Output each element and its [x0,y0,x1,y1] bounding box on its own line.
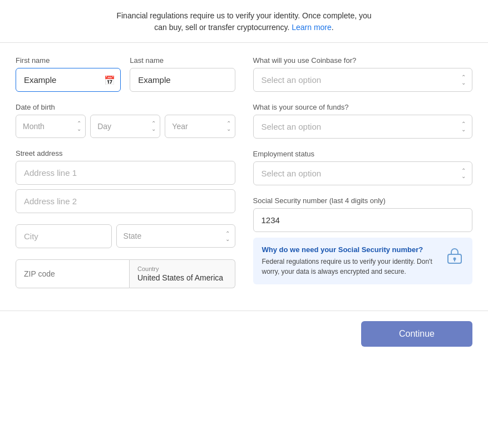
first-name-input-wrapper: 📅 [16,68,121,92]
month-select[interactable]: Month [16,115,86,138]
coinbase-use-select-wrapper: Select an option [253,68,473,92]
street-label: Street address [16,149,235,157]
header-line1: Financial regulations require us to veri… [116,11,371,20]
state-select[interactable]: State [116,224,235,248]
month-select-wrapper: Month [16,115,86,138]
year-select[interactable]: Year [165,115,235,138]
employment-select[interactable]: Select an option [253,161,473,185]
name-row: First name 📅 Last name [16,56,235,92]
dob-row: Month Day Year [16,115,235,138]
ssn-group: Social Security number (last 4 digits on… [253,196,473,284]
last-name-label: Last name [130,56,235,65]
address-line1-input[interactable] [16,161,235,185]
last-name-field: Last name [130,56,235,92]
coinbase-use-select[interactable]: Select an option [253,68,473,92]
dob-field-group: Date of birth Month Day Year [16,103,235,138]
zip-input[interactable] [16,259,130,288]
page-container: Financial regulations require us to veri… [0,0,488,448]
first-name-input[interactable] [16,68,121,92]
country-value: United States of America [137,273,227,282]
form-area: First name 📅 Last name Date of birth [0,43,488,311]
day-select-wrapper: Day [90,115,160,138]
left-column: First name 📅 Last name Date of birth [16,56,235,299]
last-name-input[interactable] [130,68,235,92]
country-label: Country [137,265,227,272]
street-address-group: Street address [16,149,235,213]
ssn-info-text: Why do we need your Social Security numb… [262,245,440,277]
header-line2: can buy, sell or transfer cryptocurrency… [154,23,289,32]
header-banner: Financial regulations require us to veri… [0,0,488,43]
footer-area: Continue [0,311,488,357]
lock-icon [446,245,464,265]
ssn-info-desc: Federal regulations require us to verify… [262,257,440,277]
ssn-input[interactable] [253,208,473,232]
dob-label: Date of birth [16,103,235,111]
state-select-wrapper: State [116,224,235,248]
country-box: Country United States of America [130,259,235,288]
right-column: What will you use Coinbase for? Select a… [253,56,473,299]
employment-group: Employment status Select an option [253,150,473,185]
zip-country-row: Country United States of America [16,259,235,288]
funds-select-wrapper: Select an option [253,115,473,139]
learn-more-link[interactable]: Learn more [292,23,332,32]
funds-select[interactable]: Select an option [253,115,473,139]
coinbase-use-group: What will you use Coinbase for? Select a… [253,56,473,92]
address-line2-input[interactable] [16,189,235,213]
first-name-field: First name 📅 [16,56,121,92]
continue-button[interactable]: Continue [361,321,472,347]
ssn-info-title: Why do we need your Social Security numb… [262,245,440,254]
funds-source-label: What is your source of funds? [253,103,473,111]
city-state-row: State [16,224,235,248]
day-select[interactable]: Day [90,115,160,138]
coinbase-use-label: What will you use Coinbase for? [253,56,473,65]
city-input[interactable] [16,224,112,248]
year-select-wrapper: Year [165,115,235,138]
ssn-info-box: Why do we need your Social Security numb… [253,238,473,284]
funds-source-group: What is your source of funds? Select an … [253,103,473,139]
ssn-label: Social Security number (last 4 digits on… [253,196,473,205]
first-name-label: First name [16,56,121,65]
employment-select-wrapper: Select an option [253,161,473,185]
employment-label: Employment status [253,150,473,158]
